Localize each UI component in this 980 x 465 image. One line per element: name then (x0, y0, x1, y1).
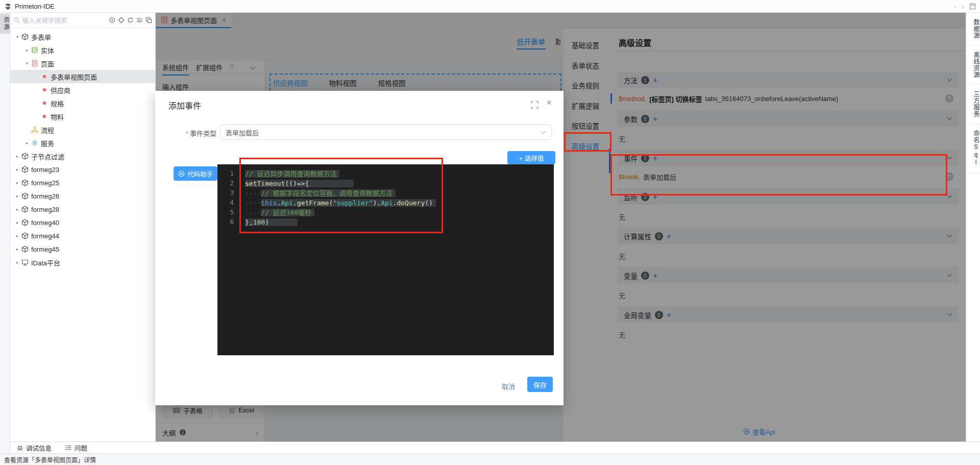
right-strip-tab-命名Sql[interactable]: 命名Sql (966, 124, 980, 173)
settings-nav-业务规则[interactable]: 业务规则 (572, 80, 607, 90)
tree-item-供应商[interactable]: 供应商 (10, 83, 155, 96)
bottom-bar-调试信息[interactable]: 调试信息 (16, 443, 52, 453)
add-icon[interactable]: + (653, 271, 657, 280)
section-header-变量[interactable]: 变量0+ (618, 267, 959, 283)
right-strip-tab-离线资源[interactable]: 离线资源 (966, 45, 980, 85)
collapse-arrow-icon[interactable]: ▸ (14, 207, 20, 212)
code-assistant-button[interactable]: 代码助手 (174, 166, 217, 181)
add-icon[interactable]: + (667, 310, 671, 319)
tab-close-icon[interactable]: × (222, 16, 226, 24)
fullscreen-icon[interactable] (531, 101, 538, 110)
code-editor[interactable]: 1// 延迟异步调用查询数据方法2setTimeout(()=>{3····//… (217, 164, 554, 355)
add-icon[interactable]: + (653, 76, 657, 84)
expand-arrow-icon[interactable]: ▾ (24, 61, 30, 66)
pick-value-button[interactable]: + 选择值 (507, 151, 555, 164)
right-strip-tab-三方服务[interactable]: 三方服务 (966, 85, 980, 124)
nav-forward-icon[interactable]: › (962, 2, 964, 11)
tree-item-formeg25[interactable]: ▸formeg25 (10, 176, 155, 189)
view-tab-物料视图[interactable]: 物料视图 (329, 78, 357, 88)
right-strip-tab-数据源[interactable]: 数据源 (966, 13, 980, 45)
collapse-arrow-icon[interactable]: ▸ (14, 220, 20, 225)
chevron-down-icon[interactable] (250, 64, 256, 71)
trash-icon[interactable] (945, 94, 953, 103)
Excel-button[interactable]: Excel (220, 403, 263, 418)
component-tab-系统组件[interactable]: 系统组件 (162, 62, 189, 76)
tree-item-流程[interactable]: 流程 (10, 123, 155, 136)
chevron-right-icon[interactable]: › (256, 428, 258, 437)
tab-low-code-form[interactable]: 低开表单 (517, 36, 545, 46)
collapse-arrow-icon[interactable]: ▸ (14, 193, 20, 199)
save-button[interactable]: 保存 (527, 377, 553, 392)
section-header-事件[interactable]: 事件1+ (618, 150, 959, 166)
tree-item-formeg23[interactable]: ▸formeg23 (10, 163, 155, 176)
collapse-arrow-icon[interactable]: ▸ (24, 47, 30, 53)
section-header-计算属性[interactable]: 计算属性0+ (618, 228, 959, 244)
tree-item-实体[interactable]: ▸实体 (10, 43, 155, 57)
add-icon[interactable]: + (653, 192, 657, 201)
tree-item-formeg40[interactable]: ▸formeg40 (10, 216, 155, 229)
expand-arrow-icon[interactable]: ▾ (14, 34, 20, 39)
collapse-arrow-icon[interactable]: ▸ (14, 260, 20, 265)
view-api-link[interactable]: 查看Api (743, 427, 775, 436)
add-icon[interactable]: + (653, 114, 657, 123)
bottom-bar-问题[interactable]: 问题 (65, 443, 87, 453)
outline-row[interactable]: 大纲 › (156, 423, 265, 442)
component-tab-扩展组件[interactable]: 扩展组件 (196, 62, 223, 75)
tree-item-多表单视图页面[interactable]: 多表单视图页面 (10, 70, 155, 83)
save-icon[interactable] (969, 3, 976, 10)
tree-item-规格[interactable]: 规格 (10, 96, 155, 110)
tree-item-formeg26[interactable]: ▸formeg26 (10, 189, 155, 203)
chevron-down-icon[interactable] (947, 234, 952, 238)
chevron-down-icon[interactable] (947, 313, 952, 316)
trash-icon[interactable] (945, 173, 953, 181)
ai-circle-icon[interactable] (109, 17, 115, 23)
locate-icon[interactable] (118, 17, 125, 23)
tab-multi-form-view-page[interactable]: 多表单视图页面 × (156, 13, 231, 28)
collapse-arrow-icon[interactable]: ▸ (14, 154, 20, 159)
collapse-arrow-icon[interactable]: ▸ (24, 140, 30, 145)
collapse-arrow-icon[interactable]: ▸ (14, 233, 20, 238)
chevron-down-icon[interactable] (947, 195, 952, 199)
nav-back-icon[interactable]: ‹ (954, 2, 957, 11)
chevron-down-icon[interactable] (947, 78, 952, 82)
子表格-button[interactable]: 子表格 (163, 403, 212, 418)
tree-item-formeg28[interactable]: ▸formeg28 (10, 203, 155, 216)
settings-nav-高级设置[interactable]: 高级设置 (572, 141, 607, 151)
collapse-arrow-icon[interactable]: ▸ (14, 247, 20, 252)
add-icon[interactable]: + (653, 154, 657, 162)
collapse-arrow-icon[interactable]: ▸ (14, 180, 20, 185)
entry-row[interactable]: $hook.表单加载后 (610, 170, 966, 183)
close-icon[interactable]: × (546, 97, 552, 108)
chevron-down-icon[interactable] (947, 117, 952, 120)
tree-item-子节点过滤[interactable]: ▸子节点过滤 (10, 150, 155, 163)
panel-switch-icon[interactable] (145, 17, 152, 23)
tree-item-物料[interactable]: 物料 (10, 110, 155, 123)
settings-nav-基础设置[interactable]: 基础设置 (572, 40, 607, 50)
tree-item-formeg45[interactable]: ▸formeg45 (10, 242, 155, 256)
section-header-全局变量[interactable]: 全局变量0+ (618, 307, 959, 323)
collapse-arrow-icon[interactable]: ▸ (14, 167, 20, 172)
add-icon[interactable]: + (667, 232, 671, 240)
section-header-监听[interactable]: 监听0+ (618, 189, 959, 205)
view-tab-供应商视图[interactable]: 供应商视图 (273, 78, 308, 88)
cancel-button[interactable]: 取消 (502, 381, 515, 391)
settings-nav-扩展逻辑[interactable]: 扩展逻辑 (572, 101, 607, 111)
settings-nav-表单状态[interactable]: 表单状态 (572, 60, 607, 70)
resources-vertical-tab[interactable]: 资源 (0, 14, 10, 34)
search-input[interactable]: 输入关键字搜索 (22, 15, 109, 25)
tree-item-IData平台[interactable]: ▸IData平台 (10, 256, 155, 269)
tree-item-多表单[interactable]: ▾多表单 (10, 30, 155, 43)
tree-item-formeg44[interactable]: ▸formeg44 (10, 229, 155, 242)
section-header-参数[interactable]: 参数0+ (618, 111, 959, 127)
view-tab-规格视图[interactable]: 规格视图 (378, 78, 406, 88)
section-header-方法[interactable]: 方法1+ (618, 72, 959, 88)
entry-row[interactable]: $method.[标签页] 切换标签tabs_35164073_onbefore… (610, 92, 966, 105)
tree-item-服务[interactable]: ▸服务 (10, 136, 155, 150)
chevron-down-icon[interactable] (947, 274, 952, 277)
collapse-list-icon[interactable] (136, 17, 143, 23)
refresh-icon[interactable] (127, 17, 134, 23)
tree-item-页面[interactable]: ▾页面 (10, 57, 155, 70)
settings-nav-按钮设置[interactable]: 按钮设置 (572, 120, 607, 131)
chevron-down-icon[interactable] (947, 156, 952, 160)
event-type-select[interactable]: 表单加载后 (220, 125, 552, 140)
